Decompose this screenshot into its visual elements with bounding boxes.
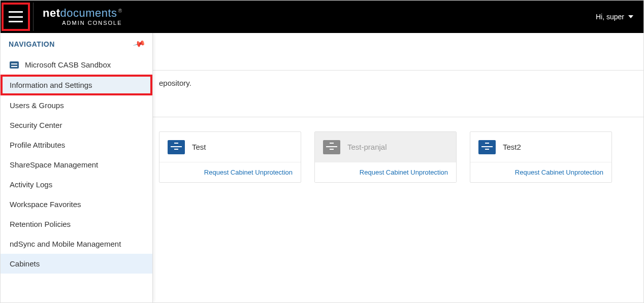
request-unprotection-link[interactable]: Request Cabinet Unprotection (515, 169, 603, 176)
sidebar-item-activity-logs[interactable]: Activity Logs (1, 175, 152, 194)
navigation-sidebar: NAVIGATION 📌 Microsoft CASB Sandbox Info… (1, 33, 153, 302)
topbar-divider (33, 3, 34, 31)
hamburger-menu-button[interactable] (9, 11, 23, 22)
sidebar-item-users-groups[interactable]: Users & Groups (1, 95, 152, 115)
pin-icon[interactable]: 📌 (132, 37, 146, 51)
sidebar-title: NAVIGATION (9, 40, 55, 48)
sidebar-item-label: Activity Logs (10, 180, 52, 189)
sidebar-item-label: Profile Attributes (10, 141, 65, 149)
topbar: netdocuments® ADMIN CONSOLE Hi, super (1, 1, 643, 33)
brand-registered: ® (118, 8, 122, 14)
cabinet-card[interactable]: Test-pranjal Request Cabinet Unprotectio… (314, 131, 457, 183)
cabinet-icon (323, 140, 340, 154)
user-menu[interactable]: Hi, super (596, 13, 633, 21)
sidebar-item-security-center[interactable]: Security Center (1, 115, 152, 135)
sidebar-item-label: Microsoft CASB Sandbox (25, 60, 111, 69)
cabinet-icon (168, 140, 185, 154)
sidebar-item-label: Cabinets (10, 259, 40, 268)
brand-net: net (43, 7, 60, 19)
cabinet-icon (478, 140, 496, 154)
sidebar-item-label: ShareSpace Management (10, 160, 98, 169)
hamburger-highlight-box (2, 3, 30, 31)
cabinet-card[interactable]: Test2 Request Cabinet Unprotection (470, 131, 612, 183)
sidebar-item-ndsync-mobile[interactable]: ndSync and Mobile Management (1, 234, 152, 254)
sidebar-header: NAVIGATION 📌 (1, 33, 152, 55)
sidebar-item-cabinets[interactable]: Cabinets (1, 254, 152, 274)
cabinet-card[interactable]: Test Request Cabinet Unprotection (159, 131, 301, 183)
cabinet-name: Test-pranjal (347, 143, 387, 151)
sidebar-item-label: ndSync and Mobile Management (10, 240, 121, 248)
nav-list: Microsoft CASB Sandbox Information and S… (1, 55, 152, 274)
user-greeting: Hi, super (596, 13, 624, 21)
cabinet-name: Test (192, 143, 206, 151)
request-unprotection-link[interactable]: Request Cabinet Unprotection (360, 169, 448, 176)
cabinet-name: Test2 (503, 143, 521, 151)
sidebar-item-label: Workspace Favorites (10, 200, 81, 209)
sidebar-item-repository[interactable]: Microsoft CASB Sandbox (1, 55, 152, 75)
sidebar-item-label: Users & Groups (10, 101, 64, 110)
sidebar-item-label: Security Center (10, 121, 62, 129)
chevron-down-icon (628, 15, 633, 18)
sidebar-item-label: Retention Policies (10, 220, 71, 228)
brand-subtitle: ADMIN CONSOLE (43, 20, 122, 26)
sidebar-item-retention-policies[interactable]: Retention Policies (1, 214, 152, 234)
database-icon (10, 61, 19, 69)
sidebar-item-label: Information and Settings (10, 81, 92, 89)
sidebar-item-profile-attributes[interactable]: Profile Attributes (1, 135, 152, 155)
request-unprotection-link[interactable]: Request Cabinet Unprotection (204, 169, 293, 176)
sidebar-item-sharespace-management[interactable]: ShareSpace Management (1, 155, 152, 175)
sidebar-item-information-settings[interactable]: Information and Settings (1, 75, 152, 95)
sidebar-item-workspace-favorites[interactable]: Workspace Favorites (1, 194, 152, 214)
brand-logo: netdocuments® ADMIN CONSOLE (43, 8, 122, 26)
brand-documents: documents (60, 7, 117, 19)
